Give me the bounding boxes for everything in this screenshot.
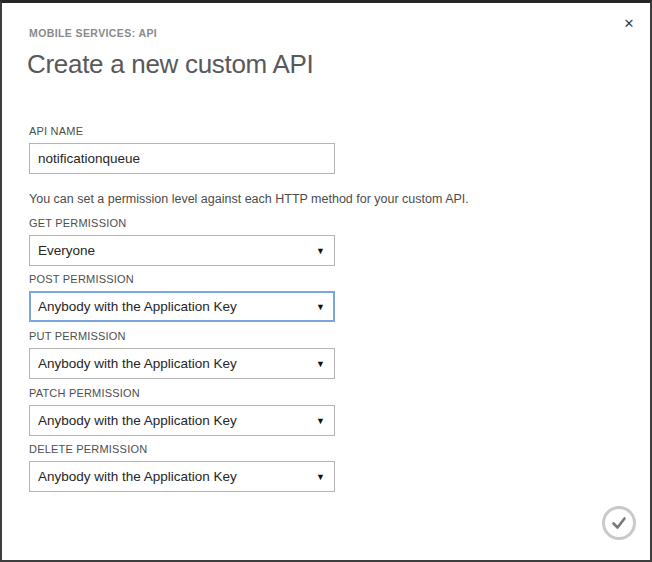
permission-description: You can set a permission level against e… — [29, 192, 469, 206]
delete-permission-value: Anybody with the Application Key — [38, 469, 316, 484]
create-custom-api-dialog: ✕ MOBILE SERVICES: API Create a new cust… — [0, 0, 652, 562]
submit-button[interactable] — [602, 506, 636, 540]
patch-permission-select[interactable]: Anybody with the Application Key ▼ — [29, 405, 335, 436]
put-permission-label: PUT PERMISSION — [29, 330, 126, 342]
chevron-down-icon: ▼ — [316, 359, 326, 369]
put-permission-select[interactable]: Anybody with the Application Key ▼ — [29, 348, 335, 379]
put-permission-value: Anybody with the Application Key — [38, 356, 316, 371]
delete-permission-select[interactable]: Anybody with the Application Key ▼ — [29, 461, 335, 492]
patch-permission-label: PATCH PERMISSION — [29, 387, 140, 399]
patch-permission-value: Anybody with the Application Key — [38, 413, 316, 428]
post-permission-select[interactable]: Anybody with the Application Key ▼ — [29, 291, 335, 322]
api-name-label: API NAME — [29, 125, 83, 137]
chevron-down-icon: ▼ — [316, 416, 326, 426]
get-permission-label: GET PERMISSION — [29, 217, 126, 229]
post-permission-value: Anybody with the Application Key — [38, 299, 316, 314]
chevron-down-icon: ▼ — [316, 472, 326, 482]
delete-permission-label: DELETE PERMISSION — [29, 443, 147, 455]
post-permission-label: POST PERMISSION — [29, 273, 134, 285]
page-title: Create a new custom API — [27, 49, 313, 80]
api-name-input[interactable] — [29, 143, 335, 174]
get-permission-value: Everyone — [38, 243, 316, 258]
chevron-down-icon: ▼ — [316, 246, 326, 256]
breadcrumb: MOBILE SERVICES: API — [29, 27, 157, 39]
get-permission-select[interactable]: Everyone ▼ — [29, 235, 335, 266]
checkmark-icon — [610, 514, 628, 532]
close-icon[interactable]: ✕ — [620, 15, 638, 33]
chevron-down-icon: ▼ — [316, 302, 326, 312]
